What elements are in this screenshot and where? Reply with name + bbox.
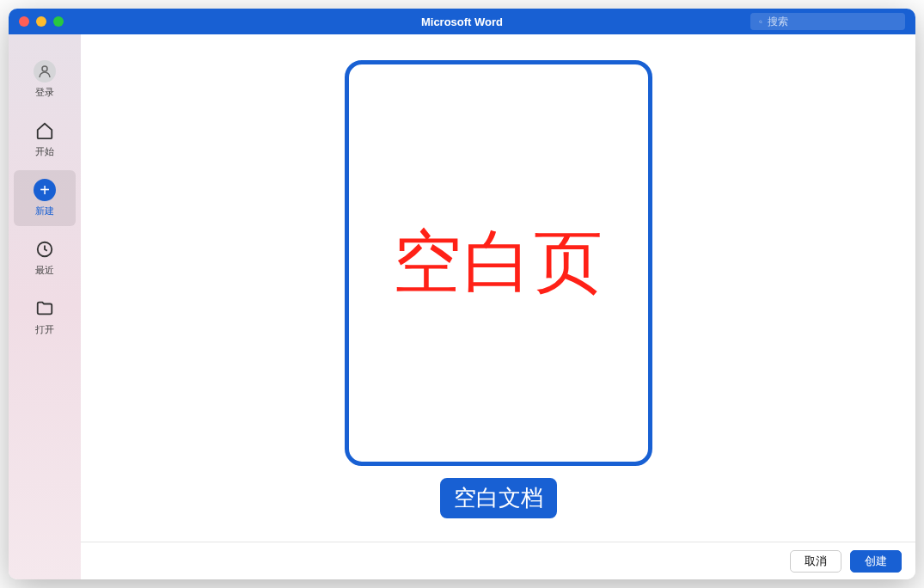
sidebar-item-open[interactable]: 打开 <box>14 289 76 345</box>
body-area: 登录 开始 + 新建 <box>9 34 915 579</box>
sidebar-item-label: 最近 <box>35 264 54 277</box>
main-content: 空白页 空白文档 取消 创建 <box>81 34 915 579</box>
sidebar-item-recent[interactable]: 最近 <box>14 230 76 285</box>
svg-line-1 <box>762 22 762 23</box>
home-icon <box>34 119 56 142</box>
window-controls <box>19 16 64 27</box>
clock-icon <box>34 238 56 260</box>
template-blank-preview[interactable]: 空白页 <box>345 60 652 466</box>
preview-text: 空白页 <box>393 217 604 309</box>
svg-point-2 <box>42 66 47 71</box>
maximize-window-button[interactable] <box>53 16 64 27</box>
template-area: 空白页 空白文档 <box>81 34 915 542</box>
create-button[interactable]: 创建 <box>850 550 902 573</box>
sidebar-item-label: 打开 <box>35 323 54 336</box>
sidebar-item-home[interactable]: 开始 <box>14 111 76 167</box>
bottom-bar: 取消 创建 <box>81 542 915 579</box>
sidebar-item-label: 新建 <box>35 205 54 217</box>
sidebar-item-login[interactable]: 登录 <box>14 52 76 107</box>
folder-icon <box>34 297 56 320</box>
app-window: Microsoft Word 登录 <box>9 9 915 579</box>
minimize-window-button[interactable] <box>36 16 46 27</box>
user-icon <box>34 60 56 83</box>
svg-point-0 <box>760 21 762 23</box>
search-box[interactable] <box>750 13 905 30</box>
sidebar-item-new[interactable]: + 新建 <box>14 170 76 226</box>
close-window-button[interactable] <box>19 16 29 27</box>
titlebar: Microsoft Word <box>9 9 915 34</box>
template-label: 空白文档 <box>440 478 557 518</box>
search-input[interactable] <box>768 15 896 28</box>
search-icon <box>759 16 762 28</box>
cancel-button[interactable]: 取消 <box>790 550 841 573</box>
sidebar-item-label: 开始 <box>35 145 54 158</box>
sidebar: 登录 开始 + 新建 <box>9 34 81 579</box>
plus-icon: + <box>34 179 56 201</box>
app-title: Microsoft Word <box>421 15 503 28</box>
sidebar-item-label: 登录 <box>35 86 54 99</box>
